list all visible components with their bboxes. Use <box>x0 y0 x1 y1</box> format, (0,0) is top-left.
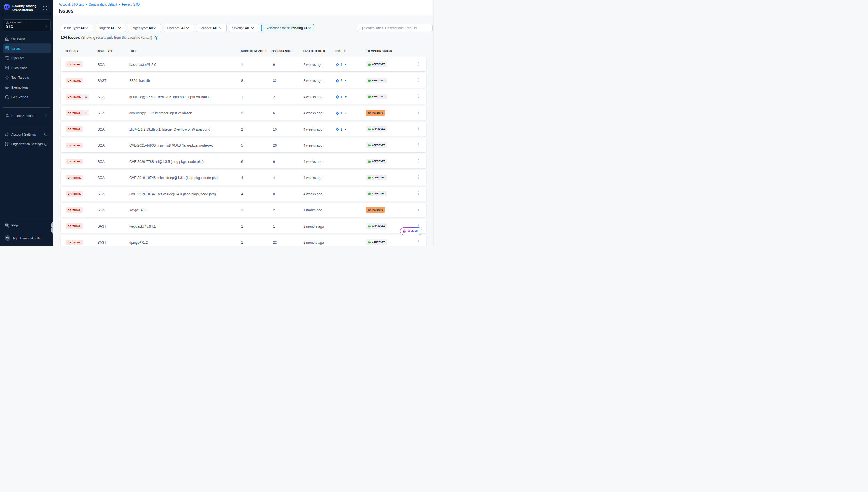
svg-text:?: ? <box>6 224 7 226</box>
